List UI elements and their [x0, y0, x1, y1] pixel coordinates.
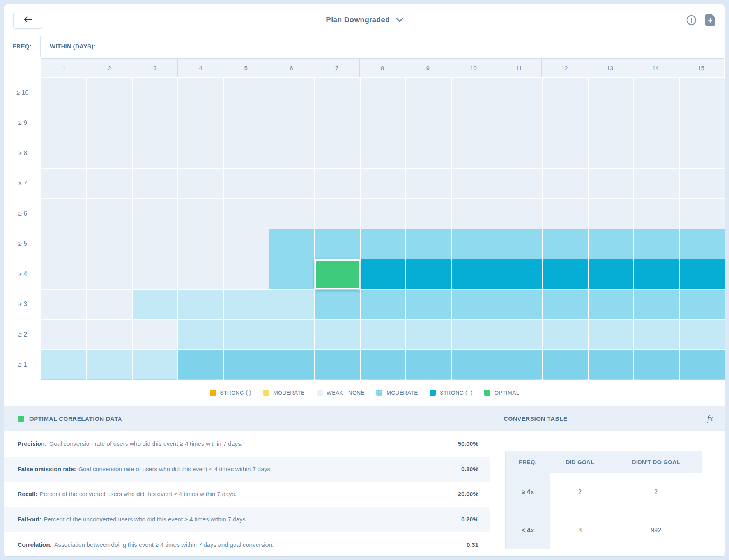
heatmap-cell[interactable]: [680, 108, 725, 138]
heatmap-cell[interactable]: [178, 290, 223, 319]
heatmap-cell[interactable]: [361, 78, 405, 108]
heatmap-cell[interactable]: [543, 199, 588, 229]
heatmap-cell[interactable]: [315, 199, 360, 229]
heatmap-cell[interactable]: [224, 320, 269, 349]
heatmap-cell[interactable]: [41, 290, 86, 319]
heatmap-cell[interactable]: [269, 350, 314, 380]
heatmap-cell[interactable]: [315, 290, 360, 319]
heatmap-cell[interactable]: [634, 78, 679, 108]
heatmap-cell[interactable]: [680, 290, 725, 319]
heatmap-cell[interactable]: [497, 108, 542, 138]
heatmap-cell[interactable]: [133, 78, 177, 108]
heatmap-cell[interactable]: [361, 259, 405, 289]
heatmap-cell[interactable]: [133, 259, 177, 289]
heatmap-cell[interactable]: [589, 199, 633, 229]
heatmap-cell[interactable]: [361, 290, 405, 319]
heatmap-cell[interactable]: [133, 108, 177, 138]
heatmap-cell[interactable]: [452, 259, 497, 289]
heatmap-cell[interactable]: [178, 259, 223, 289]
heatmap-cell[interactable]: [589, 290, 633, 319]
heatmap-cell[interactable]: [224, 350, 269, 380]
heatmap-cell[interactable]: [269, 320, 314, 349]
heatmap-cell[interactable]: [406, 108, 451, 138]
heatmap-cell[interactable]: [41, 350, 86, 380]
heatmap-cell[interactable]: [133, 169, 177, 198]
heatmap-cell[interactable]: [269, 199, 314, 229]
heatmap-cell[interactable]: [497, 350, 542, 380]
heatmap-cell[interactable]: [543, 259, 588, 289]
heatmap-cell[interactable]: [178, 350, 223, 380]
heatmap-cell[interactable]: [178, 199, 223, 229]
heatmap-cell[interactable]: [224, 259, 269, 289]
heatmap-cell[interactable]: [133, 320, 177, 349]
heatmap-cell[interactable]: [224, 108, 269, 138]
heatmap-cell[interactable]: [41, 199, 86, 229]
heatmap-cell[interactable]: [452, 229, 497, 259]
heatmap-cell[interactable]: [87, 259, 132, 289]
heatmap-cell[interactable]: [452, 290, 497, 319]
heatmap-cell[interactable]: [178, 229, 223, 259]
heatmap-cell[interactable]: [634, 138, 679, 168]
heatmap-cell[interactable]: [634, 290, 679, 319]
heatmap-cell[interactable]: [452, 78, 497, 108]
heatmap-cell[interactable]: [315, 229, 360, 259]
optimal-heatmap-cell[interactable]: [315, 259, 360, 289]
heatmap-cell[interactable]: [634, 108, 679, 138]
heatmap-cell[interactable]: [87, 290, 132, 319]
heatmap-cell[interactable]: [224, 78, 269, 108]
heatmap-cell[interactable]: [497, 259, 542, 289]
heatmap-cell[interactable]: [87, 169, 132, 198]
heatmap-cell[interactable]: [406, 259, 451, 289]
heatmap-cell[interactable]: [361, 169, 405, 198]
heatmap-cell[interactable]: [589, 108, 633, 138]
heatmap-cell[interactable]: [634, 320, 679, 349]
heatmap-cell[interactable]: [589, 259, 633, 289]
heatmap-cell[interactable]: [224, 290, 269, 319]
heatmap-cell[interactable]: [224, 229, 269, 259]
heatmap-cell[interactable]: [634, 350, 679, 380]
heatmap-cell[interactable]: [269, 290, 314, 319]
heatmap-cell[interactable]: [406, 169, 451, 198]
heatmap-cell[interactable]: [406, 320, 451, 349]
heatmap-cell[interactable]: [315, 78, 360, 108]
info-icon[interactable]: [686, 15, 697, 25]
heatmap-cell[interactable]: [497, 229, 542, 259]
heatmap-cell[interactable]: [452, 350, 497, 380]
heatmap-cell[interactable]: [269, 78, 314, 108]
heatmap-cell[interactable]: [133, 350, 177, 380]
heatmap-cell[interactable]: [269, 169, 314, 198]
heatmap-cell[interactable]: [41, 320, 86, 349]
heatmap-cell[interactable]: [680, 199, 725, 229]
heatmap-cell[interactable]: [452, 138, 497, 168]
heatmap-cell[interactable]: [41, 229, 86, 259]
heatmap-cell[interactable]: [87, 108, 132, 138]
download-icon[interactable]: [705, 14, 715, 26]
heatmap-cell[interactable]: [497, 199, 542, 229]
heatmap-cell[interactable]: [497, 320, 542, 349]
heatmap-cell[interactable]: [361, 350, 405, 380]
heatmap-cell[interactable]: [361, 229, 405, 259]
heatmap-cell[interactable]: [589, 138, 633, 168]
heatmap-cell[interactable]: [269, 259, 314, 289]
heatmap-cell[interactable]: [133, 229, 177, 259]
heatmap-cell[interactable]: [87, 350, 132, 380]
heatmap-cell[interactable]: [315, 138, 360, 168]
heatmap-cell[interactable]: [178, 169, 223, 198]
heatmap-cell[interactable]: [406, 138, 451, 168]
heatmap-cell[interactable]: [634, 229, 679, 259]
heatmap-cell[interactable]: [680, 169, 725, 198]
heatmap-cell[interactable]: [41, 108, 86, 138]
heatmap-cell[interactable]: [543, 108, 588, 138]
heatmap-cell[interactable]: [680, 138, 725, 168]
heatmap-cell[interactable]: [406, 350, 451, 380]
heatmap-cell[interactable]: [680, 320, 725, 349]
heatmap-cell[interactable]: [133, 199, 177, 229]
heatmap-cell[interactable]: [452, 169, 497, 198]
heatmap-cell[interactable]: [224, 169, 269, 198]
heatmap-cell[interactable]: [543, 350, 588, 380]
heatmap-cell[interactable]: [497, 78, 542, 108]
heatmap-cell[interactable]: [452, 199, 497, 229]
heatmap-cell[interactable]: [452, 108, 497, 138]
heatmap-cell[interactable]: [41, 78, 86, 108]
heatmap-cell[interactable]: [269, 108, 314, 138]
